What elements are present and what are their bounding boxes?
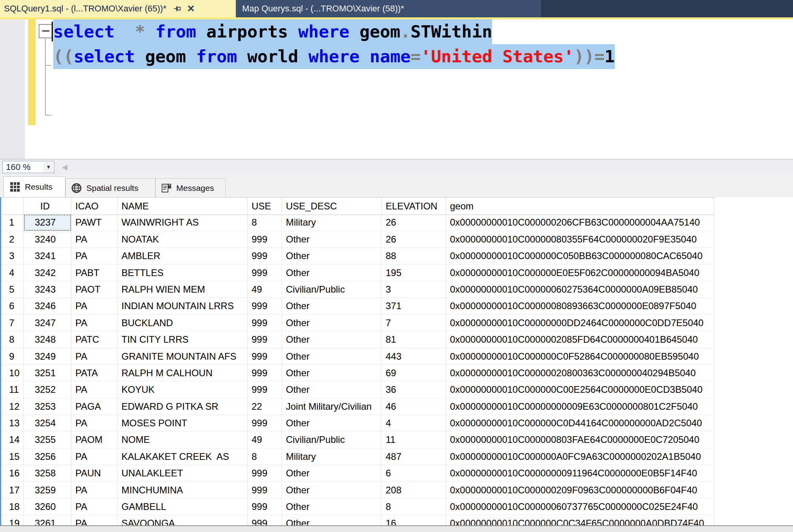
column-header-ID[interactable]: ID: [24, 198, 71, 215]
grid-cell[interactable]: 49: [248, 431, 282, 448]
grid-cell[interactable]: Other: [282, 498, 382, 515]
grid-cell[interactable]: BETTLES: [118, 265, 248, 281]
grid-cell[interactable]: 22: [248, 398, 282, 415]
grid-cell[interactable]: 3242: [24, 265, 71, 281]
grid-cell[interactable]: 88: [382, 248, 446, 264]
grid-cell[interactable]: SAVOONGA: [118, 515, 248, 525]
grid-cell[interactable]: 69: [382, 365, 446, 381]
grid-cell[interactable]: PAOT: [71, 281, 118, 298]
tab-map-querys[interactable]: Map Querys.sql - (...TROMO\Xavier (58))*: [236, 0, 541, 17]
grid-cell[interactable]: 999: [248, 498, 282, 515]
column-header-USE_DESC[interactable]: USE_DESC: [282, 198, 382, 215]
tab-messages[interactable]: Messages: [155, 178, 226, 197]
grid-cell[interactable]: Other: [282, 298, 382, 314]
grid-cell[interactable]: PA: [71, 415, 118, 431]
pin-icon[interactable]: [172, 4, 182, 14]
grid-cell[interactable]: RALPH M CALHOUN: [118, 365, 248, 381]
grid-cell[interactable]: GRANITE MOUNTAIN AFS: [118, 348, 248, 365]
grid-cell[interactable]: Other: [282, 482, 382, 498]
row-number[interactable]: 5: [1, 281, 24, 298]
grid-cell[interactable]: 3256: [24, 448, 71, 465]
grid-cell[interactable]: 3253: [24, 398, 71, 415]
grid-cell[interactable]: RALPH WIEN MEM: [118, 281, 248, 298]
grid-cell[interactable]: 0x00000000010C00000000009E63C0000000801C…: [446, 398, 714, 415]
grid-cell[interactable]: 443: [382, 348, 446, 365]
grid-cell[interactable]: Other: [282, 365, 382, 381]
grid-cell[interactable]: Other: [282, 515, 382, 525]
grid-cell[interactable]: Military: [282, 448, 382, 465]
grid-cell[interactable]: PA: [71, 248, 118, 264]
grid-cell[interactable]: Other: [282, 465, 382, 482]
grid-cell[interactable]: 3240: [24, 231, 71, 248]
row-number[interactable]: 13: [1, 415, 24, 431]
grid-cell[interactable]: 4: [382, 415, 446, 431]
grid-cell[interactable]: Other: [282, 231, 382, 248]
results-grid[interactable]: IDICAONAMEUSEUSE_DESCELEVATIONgeom 13237…: [0, 197, 714, 525]
row-number[interactable]: 18: [1, 498, 24, 515]
grid-cell[interactable]: 999: [248, 298, 282, 314]
grid-cell[interactable]: 0x00000000010C00000000DD2464C0000000C0DD…: [446, 315, 714, 331]
grid-cell[interactable]: 3241: [24, 248, 71, 264]
grid-cell[interactable]: EDWARD G PITKA SR: [118, 398, 248, 415]
grid-cell[interactable]: 3252: [24, 381, 71, 398]
grid-cell[interactable]: 0x00000000010C000000C0F52864C000000080EB…: [446, 348, 714, 365]
grid-cell[interactable]: PAGA: [71, 398, 118, 415]
grid-cell[interactable]: 49: [248, 281, 282, 298]
grid-cell[interactable]: Other: [282, 248, 382, 264]
grid-cell[interactable]: Civilian/Public: [282, 281, 382, 298]
grid-cell[interactable]: PA: [71, 315, 118, 331]
grid-cell[interactable]: INDIAN MOUNTAIN LRRS: [118, 298, 248, 314]
grid-cell[interactable]: Civilian/Public: [282, 431, 382, 448]
grid-cell[interactable]: 0x00000000010C000000C00E2564C0000000E0CD…: [446, 381, 714, 398]
column-header-ELEVATION[interactable]: ELEVATION: [382, 198, 446, 215]
grid-cell[interactable]: 26: [382, 231, 446, 248]
grid-cell[interactable]: 0x00000000010C00000000911964C0000000E0B5…: [446, 465, 714, 482]
grid-cell[interactable]: 3248: [24, 331, 71, 348]
grid-cell[interactable]: 0x00000000010C00000020800363C00000004029…: [446, 365, 714, 381]
grid-cell[interactable]: GAMBELL: [118, 498, 248, 515]
chevron-left-icon[interactable]: ◄: [60, 162, 69, 173]
row-number[interactable]: 16: [1, 465, 24, 482]
close-icon[interactable]: ✕: [187, 4, 195, 14]
grid-cell[interactable]: 3251: [24, 365, 71, 381]
row-number[interactable]: 14: [1, 431, 24, 448]
grid-cell[interactable]: TIN CITY LRRS: [118, 331, 248, 348]
grid-cell[interactable]: PA: [71, 498, 118, 515]
grid-cell[interactable]: 3254: [24, 415, 71, 431]
grid-cell[interactable]: 0x00000000010C0000002085FD64C0000000401B…: [446, 331, 714, 348]
grid-cell[interactable]: MOSES POINT: [118, 415, 248, 431]
grid-cell[interactable]: 3237: [24, 214, 71, 231]
grid-cell[interactable]: 3249: [24, 348, 71, 365]
grid-cell[interactable]: 999: [248, 465, 282, 482]
grid-cell[interactable]: 0x00000000010C000000C050BB63C000000080CA…: [446, 248, 714, 264]
column-header-rownum[interactable]: [1, 198, 24, 215]
grid-cell[interactable]: 3246: [24, 298, 71, 314]
column-header-USE[interactable]: USE: [248, 198, 282, 215]
grid-cell[interactable]: PAUN: [71, 465, 118, 482]
row-number[interactable]: 9: [1, 348, 24, 365]
row-number[interactable]: 19: [1, 515, 24, 525]
row-number[interactable]: 11: [1, 381, 24, 398]
row-number[interactable]: 2: [1, 231, 24, 248]
grid-cell[interactable]: 8: [382, 498, 446, 515]
grid-cell[interactable]: 0x00000000010C000000209F0963C000000000B6…: [446, 482, 714, 498]
tab-results[interactable]: Results: [3, 176, 65, 197]
row-number[interactable]: 15: [1, 448, 24, 465]
row-number[interactable]: 8: [1, 331, 24, 348]
grid-cell[interactable]: PA: [71, 381, 118, 398]
grid-cell[interactable]: 0x00000000010C000000C0D44164C000000000AD…: [446, 415, 714, 431]
grid-cell[interactable]: 36: [382, 381, 446, 398]
grid-cell[interactable]: 999: [248, 265, 282, 281]
grid-cell[interactable]: 26: [382, 214, 446, 231]
grid-cell[interactable]: KALAKAKET CREEK AS: [118, 448, 248, 465]
grid-cell[interactable]: 3247: [24, 315, 71, 331]
grid-cell[interactable]: 0x00000000010C00000060275364C0000000A09E…: [446, 281, 714, 298]
grid-cell[interactable]: Military: [282, 214, 382, 231]
grid-cell[interactable]: 195: [382, 265, 446, 281]
grid-cell[interactable]: 999: [248, 231, 282, 248]
grid-cell[interactable]: 0x00000000010C00000060737765C0000000C025…: [446, 498, 714, 515]
zoom-level-combobox[interactable]: 160 % ▼: [2, 161, 54, 173]
tab-spatial-results[interactable]: Spatial results: [65, 178, 155, 197]
grid-cell[interactable]: 999: [248, 248, 282, 264]
grid-cell[interactable]: PA: [71, 231, 118, 248]
